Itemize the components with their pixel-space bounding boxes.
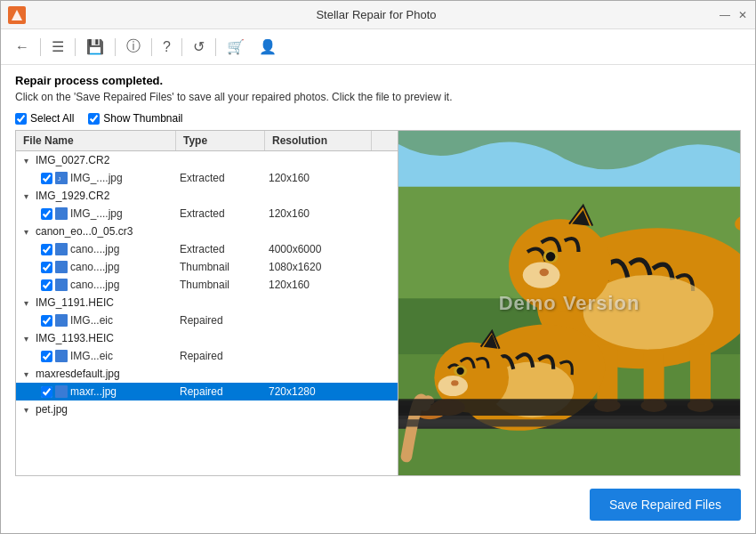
help-icon[interactable]: ? [159, 37, 174, 57]
expand-arrow-3[interactable]: ▾ [20, 296, 32, 309]
status-text: Repair process completed. [15, 74, 741, 87]
tree-child-4-0[interactable]: IMG...eic Repaired [16, 347, 398, 365]
svg-rect-4 [57, 245, 66, 254]
col-scroll-placeholder [372, 131, 390, 150]
expand-arrow-1[interactable]: ▾ [20, 190, 32, 202]
cart-icon[interactable]: 🛒 [223, 36, 248, 57]
svg-marker-0 [12, 10, 22, 20]
svg-rect-39 [398, 399, 740, 416]
account-icon[interactable]: 👤 [255, 36, 280, 57]
file-icon-2-1 [55, 261, 68, 273]
file-icon-3-0 [55, 314, 68, 327]
tree-group-3: ▾ IMG_1191.HEIC IMG...eic Repa [16, 294, 398, 329]
tree-child-1-0[interactable]: IMG_....jpg Extracted 120x160 [16, 205, 398, 222]
col-filename: File Name [16, 131, 176, 150]
svg-rect-26 [690, 345, 711, 406]
expand-arrow-0[interactable]: ▾ [20, 154, 32, 166]
file-icon-0-0: J [55, 172, 68, 184]
tree-group-5: ▾ maxresdefault.jpg maxr...jpg [16, 365, 398, 400]
tree-group-2: ▾ canon_eo...0_05.cr3 cano....jpg [16, 222, 398, 294]
tree-parent-3[interactable]: ▾ IMG_1191.HEIC [16, 294, 398, 312]
show-thumbnail-label[interactable]: Show Thumbnail [88, 112, 182, 125]
close-button[interactable]: ✕ [737, 10, 748, 20]
svg-point-36 [451, 380, 458, 385]
tree-child-3-0[interactable]: IMG...eic Repaired [16, 312, 398, 329]
table-header: File Name Type Resolution [16, 131, 398, 151]
show-thumbnail-checkbox[interactable] [88, 113, 100, 125]
svg-rect-25 [644, 350, 664, 406]
expand-arrow-2[interactable]: ▾ [20, 225, 32, 238]
child-checkbox-2-1[interactable] [41, 262, 52, 273]
refresh-icon[interactable]: ↺ [189, 36, 208, 57]
svg-rect-5 [57, 263, 66, 271]
svg-point-19 [509, 219, 611, 312]
toolbar-sep-4 [151, 38, 152, 56]
app-icon [8, 6, 26, 24]
tree-group-1: ▾ IMG_1929.CR2 IMG_....jpg Ext [16, 187, 398, 222]
child-checkbox-0-0[interactable] [41, 173, 52, 184]
content-area: Repair process completed. Click on the '… [1, 65, 755, 476]
tree-child-0-0[interactable]: J IMG_....jpg Extracted 120x160 [16, 169, 398, 187]
svg-rect-6 [57, 280, 66, 289]
window-title: Stellar Repair for Photo [33, 8, 720, 21]
file-list-panel: File Name Type Resolution ▾ IMG_0027.CR2 [16, 131, 398, 475]
tree-parent-0[interactable]: ▾ IMG_0027.CR2 [16, 151, 398, 169]
child-checkbox-3-0[interactable] [41, 315, 52, 327]
app-window: Stellar Repair for Photo — ✕ ← ☰ 💾 ⓘ ? ↺… [0, 0, 756, 534]
tree-group-4: ▾ IMG_1193.HEIC IMG...eic Repa [16, 329, 398, 365]
bottom-bar: Save Repaired Files [1, 476, 755, 533]
expand-arrow-5[interactable]: ▾ [20, 368, 32, 380]
select-all-label[interactable]: Select All [15, 112, 74, 125]
toolbar: ← ☰ 💾 ⓘ ? ↺ 🛒 👤 [1, 29, 755, 65]
expand-arrow-4[interactable]: ▾ [20, 332, 32, 344]
tree-child-2-0[interactable]: cano....jpg Extracted 4000x6000 [16, 240, 398, 258]
tree-child-5-0[interactable]: maxr...jpg Repaired 720x1280 [16, 383, 398, 400]
tree-parent-5[interactable]: ▾ maxresdefault.jpg [16, 365, 398, 383]
file-icon-5-0 [55, 385, 68, 398]
svg-point-21 [546, 252, 555, 261]
child-checkbox-2-0[interactable] [41, 244, 52, 255]
svg-point-35 [438, 376, 468, 396]
minimize-button[interactable]: — [720, 10, 730, 20]
file-icon-2-2 [55, 279, 68, 291]
main-panel: File Name Type Resolution ▾ IMG_0027.CR2 [15, 130, 741, 476]
tree-parent-1[interactable]: ▾ IMG_1929.CR2 [16, 187, 398, 205]
select-all-checkbox[interactable] [15, 113, 27, 125]
info-icon[interactable]: ⓘ [123, 36, 144, 58]
tree-parent-6[interactable]: ▾ pet.jpg [16, 400, 398, 418]
toolbar-sep-3 [115, 38, 116, 56]
svg-rect-8 [57, 352, 66, 360]
tree-group-0: ▾ IMG_0027.CR2 J IMG_....jpg Ex [16, 151, 398, 187]
tree-child-2-2[interactable]: cano....jpg Thumbnail 120x160 [16, 276, 398, 294]
child-checkbox-4-0[interactable] [41, 351, 52, 362]
file-icon-4-0 [55, 350, 68, 362]
instruction-text: Click on the 'Save Repaired Files' to sa… [15, 91, 741, 103]
file-icon-2-0 [55, 243, 68, 255]
save-icon[interactable]: 💾 [83, 36, 108, 57]
back-icon[interactable]: ← [12, 37, 33, 57]
toolbar-sep-1 [40, 38, 41, 56]
toolbar-sep-6 [215, 38, 216, 56]
file-icon-1-0 [55, 207, 68, 220]
tree-group-6: ▾ pet.jpg [16, 400, 398, 418]
svg-rect-40 [398, 419, 740, 426]
col-type: Type [176, 131, 265, 150]
tree-parent-4[interactable]: ▾ IMG_1193.HEIC [16, 329, 398, 347]
options-row: Select All Show Thumbnail [15, 112, 741, 125]
menu-icon[interactable]: ☰ [48, 36, 68, 57]
child-checkbox-2-2[interactable] [41, 279, 52, 291]
child-checkbox-1-0[interactable] [41, 208, 52, 220]
tree-child-2-1[interactable]: cano....jpg Thumbnail 1080x1620 [16, 258, 398, 276]
expand-arrow-6[interactable]: ▾ [20, 403, 32, 416]
svg-point-23 [540, 269, 549, 276]
tiger-preview-svg [398, 131, 740, 475]
child-checkbox-5-0[interactable] [41, 386, 52, 398]
title-bar: Stellar Repair for Photo — ✕ [1, 1, 755, 29]
svg-point-34 [456, 368, 463, 375]
tree-parent-2[interactable]: ▾ canon_eo...0_05.cr3 [16, 222, 398, 240]
save-repaired-files-button[interactable]: Save Repaired Files [590, 489, 741, 521]
file-list-scroll[interactable]: ▾ IMG_0027.CR2 J IMG_....jpg Ex [16, 151, 398, 475]
preview-panel: Demo Version [398, 131, 740, 475]
col-resolution: Resolution [265, 131, 372, 150]
svg-text:J: J [58, 176, 60, 182]
